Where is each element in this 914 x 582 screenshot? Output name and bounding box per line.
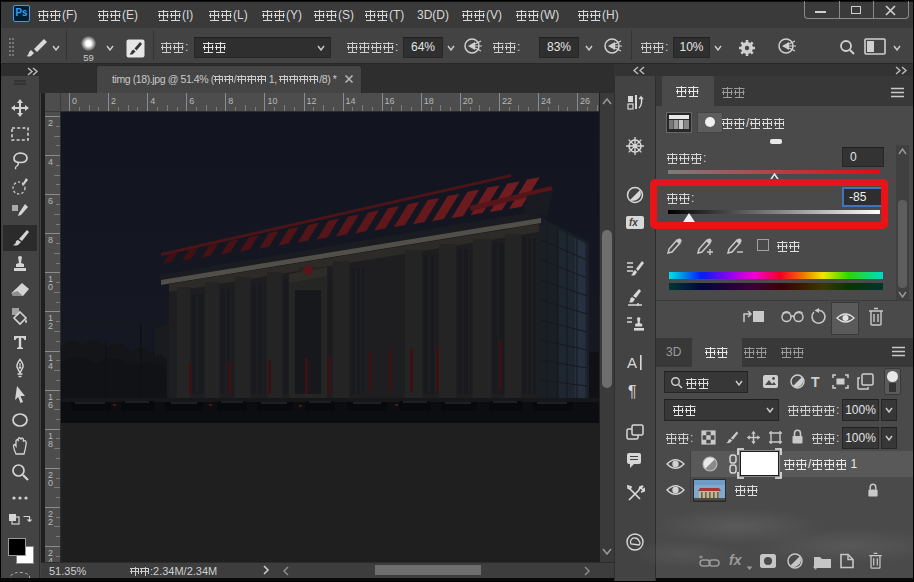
svg-text:fx: fx xyxy=(629,217,638,228)
svg-text:¶: ¶ xyxy=(628,383,637,400)
svg-text:A: A xyxy=(627,354,637,371)
